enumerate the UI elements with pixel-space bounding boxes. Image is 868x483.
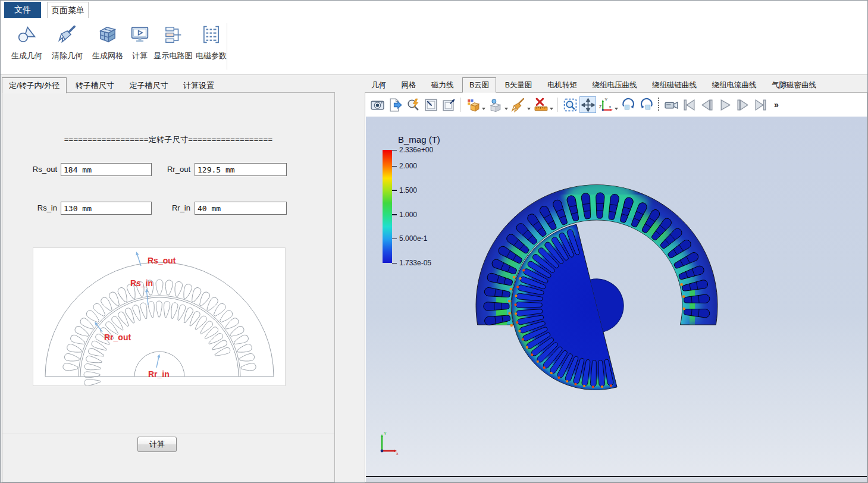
legend-tick-label: 2.000 bbox=[399, 162, 417, 170]
zoom-box-button[interactable] bbox=[562, 96, 578, 113]
zoom-extents-button[interactable] bbox=[440, 96, 457, 113]
skip-first-icon bbox=[682, 98, 697, 112]
tab-rotor-slot-size[interactable]: 转子槽尺寸 bbox=[69, 78, 121, 93]
tab-flux-lines[interactable]: 磁力线 bbox=[425, 78, 460, 92]
zoom-flash-icon bbox=[406, 98, 421, 112]
scene-settings-button[interactable] bbox=[465, 96, 481, 113]
divider bbox=[2, 434, 334, 434]
clear-geometry-button[interactable]: 清除几何 bbox=[48, 22, 86, 71]
tab-b-contour[interactable]: B云图 bbox=[462, 77, 496, 93]
legend-tick-mark bbox=[392, 190, 397, 191]
pan-icon bbox=[581, 98, 596, 112]
tab-mesh[interactable]: 网格 bbox=[394, 78, 422, 92]
dropdown-caret[interactable] bbox=[504, 108, 508, 110]
toolbar-separator bbox=[460, 98, 461, 112]
tab-winding-current[interactable]: 绕组电流曲线 bbox=[706, 78, 763, 92]
clear-geometry-icon bbox=[57, 24, 77, 45]
last-frame-button[interactable] bbox=[752, 96, 769, 113]
dropdown-caret[interactable] bbox=[527, 108, 531, 110]
zoom-flash-button[interactable] bbox=[405, 96, 421, 113]
show-circuit-button[interactable]: 显示电路图 bbox=[151, 22, 196, 71]
toolbar-overflow-button[interactable]: » bbox=[774, 100, 779, 109]
toolbar-separator bbox=[557, 98, 558, 112]
tab-compute-settings[interactable]: 计算设置 bbox=[177, 78, 221, 93]
generate-geometry-button[interactable]: 生成几何 bbox=[8, 22, 46, 71]
light-cube-icon bbox=[488, 98, 503, 112]
tab-stator-rotor-radii[interactable]: 定/转子内/外径 bbox=[2, 77, 67, 93]
axis-x-label: x bbox=[609, 104, 611, 108]
left-panel: ==================定转子尺寸=================… bbox=[2, 92, 335, 482]
triad-y-label: Y bbox=[384, 431, 387, 435]
rotate-ccw-button[interactable] bbox=[620, 96, 637, 113]
snapshot-button[interactable] bbox=[369, 96, 386, 113]
tab-b-vector[interactable]: B矢量图 bbox=[499, 78, 539, 92]
axis-y-label: Y bbox=[604, 98, 607, 102]
section-header: ==================定转子尺寸=================… bbox=[2, 134, 334, 145]
step-back-icon bbox=[700, 98, 715, 112]
measure-button[interactable] bbox=[532, 96, 549, 113]
transparency-button[interactable] bbox=[487, 96, 504, 113]
rs-in-label: Rs_in bbox=[7, 203, 57, 212]
tab-geometry[interactable]: 几何 bbox=[365, 78, 393, 92]
svg-text:Rr_in: Rr_in bbox=[148, 369, 170, 379]
broom-icon bbox=[511, 98, 526, 112]
prev-frame-button[interactable] bbox=[698, 96, 715, 113]
axes-icon: YZx bbox=[598, 98, 613, 112]
dropdown-caret[interactable] bbox=[550, 108, 553, 110]
step-forward-icon bbox=[735, 98, 750, 112]
rotate-cw-button[interactable] bbox=[638, 96, 654, 113]
zoom-in-box-button[interactable] bbox=[422, 96, 439, 113]
skip-last-icon bbox=[753, 98, 768, 112]
next-frame-button[interactable] bbox=[734, 96, 751, 113]
camera-icon bbox=[370, 98, 385, 112]
legend-tick-label: 5.000e-1 bbox=[399, 234, 427, 243]
play-button[interactable] bbox=[716, 96, 733, 113]
legend-title: B_mag (T) bbox=[398, 134, 440, 145]
legend-tick-label: 1.000 bbox=[399, 211, 417, 219]
zoom-in-box-icon bbox=[424, 98, 438, 112]
ribbon-button-label: 生成网格 bbox=[92, 51, 123, 61]
tab-airgap-flux-density[interactable]: 气隙磁密曲线 bbox=[765, 78, 823, 92]
ribbon-toolbar: 生成几何 清除几何 生成网格 bbox=[1, 18, 867, 75]
clear-plot-button[interactable] bbox=[510, 96, 527, 113]
rs-out-input[interactable] bbox=[61, 163, 152, 176]
compute-button[interactable]: 计算 bbox=[137, 437, 177, 452]
generate-mesh-button[interactable]: 生成网格 bbox=[89, 22, 127, 71]
dropdown-caret[interactable] bbox=[482, 108, 485, 110]
tab-winding-voltage[interactable]: 绕组电压曲线 bbox=[586, 78, 644, 92]
3d-viewport[interactable]: B_mag (T) 2.336e+002.0001.5001.0005.000e… bbox=[366, 117, 867, 476]
rotate-ccw-icon bbox=[621, 98, 636, 112]
first-frame-button[interactable] bbox=[681, 96, 697, 113]
generate-geometry-icon bbox=[17, 24, 37, 45]
rr-in-input[interactable] bbox=[195, 202, 287, 215]
page-menu-tab[interactable]: 页面菜单 bbox=[47, 2, 89, 18]
tab-motor-torque[interactable]: 电机转矩 bbox=[541, 78, 584, 92]
view-orientation-button[interactable]: YZx bbox=[597, 96, 614, 113]
menu-bar: 文件 页面菜单 bbox=[1, 1, 867, 18]
viewport-bottom-strip bbox=[366, 476, 867, 482]
em-parameters-icon bbox=[201, 24, 221, 45]
export-image-button[interactable] bbox=[387, 96, 403, 113]
legend-tick-mark bbox=[392, 239, 397, 240]
pan-button[interactable] bbox=[579, 96, 596, 113]
rr-out-input[interactable] bbox=[195, 163, 287, 176]
compute-button-ribbon[interactable]: 计算 bbox=[127, 22, 153, 71]
file-menu-tab[interactable]: 文件 bbox=[4, 2, 41, 18]
svg-text:Rs_in: Rs_in bbox=[130, 278, 153, 288]
triad-x-label: x bbox=[396, 451, 399, 456]
rr-in-label: Rr_in bbox=[140, 203, 190, 212]
scene-cube-icon bbox=[466, 98, 481, 112]
zoom-extents-icon bbox=[441, 98, 456, 112]
dropdown-caret[interactable] bbox=[615, 108, 618, 110]
generate-mesh-icon bbox=[98, 24, 118, 45]
app-window: 文件 页面菜单 生成几何 清除几何 生成 bbox=[0, 0, 868, 483]
left-tab-bar: 定/转子内/外径 转子槽尺寸 定子槽尺寸 计算设置 bbox=[2, 77, 221, 93]
rs-in-input[interactable] bbox=[61, 202, 152, 215]
axis-triad: Y x bbox=[377, 428, 402, 456]
tab-winding-flux-linkage[interactable]: 绕组磁链曲线 bbox=[645, 78, 703, 92]
em-parameters-button[interactable]: 电磁参数 bbox=[192, 22, 230, 71]
right-tab-bar: 几何 网格 磁力线 B云图 B矢量图 电机转矩 绕组电压曲线 绕组磁链曲线 绕组… bbox=[365, 77, 823, 93]
tab-stator-slot-size[interactable]: 定子槽尺寸 bbox=[123, 78, 174, 93]
legend-tick-label: 1.733e-05 bbox=[399, 259, 431, 267]
animation-button[interactable] bbox=[663, 96, 679, 113]
